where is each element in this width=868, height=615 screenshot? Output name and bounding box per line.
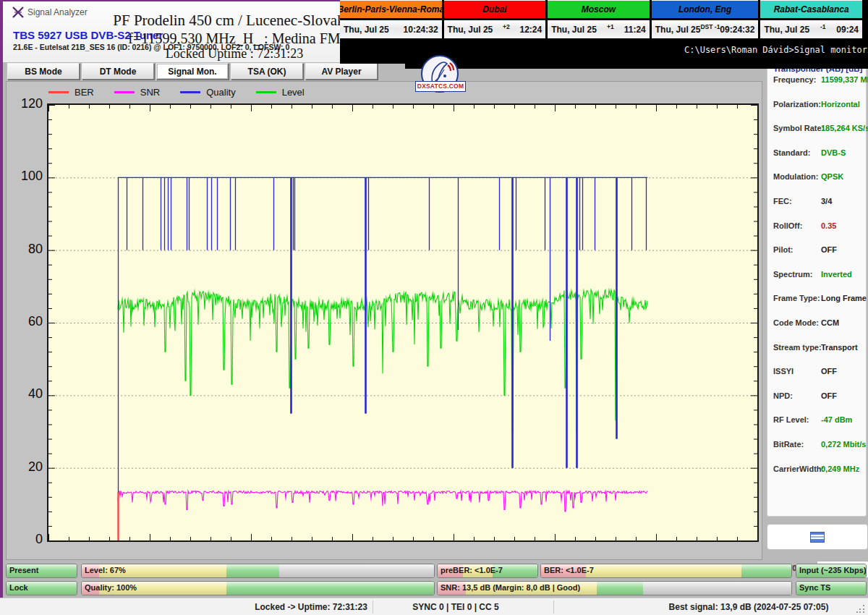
transponder-row-value: Inverted [821,270,852,279]
tab-dt-mode[interactable]: DT Mode [82,63,154,80]
legend-label: SNR [140,87,160,98]
transponder-row-value: OFF [821,391,837,400]
tab-signal-mon-[interactable]: Signal Mon. [156,63,229,80]
clock-time: Thu, Jul 25+212:24 [444,20,546,38]
dxsatcs-logo-text: DXSATCS.COM [415,81,466,92]
tab-tsa-ok-[interactable]: TSA (OK) [231,63,303,80]
indicator-sync-ts: Sync TS [796,581,867,595]
transponder-row-label: FEC: [773,197,792,205]
overlay-panel-edge [405,62,868,69]
y-axis-tick-label: 60 [11,314,43,329]
transponder-row-value: 11599,337 MHz [821,75,868,84]
transponder-row-value: OFF [821,367,837,376]
chart-legend: BERSNRQualityLevel [48,85,305,99]
indicator-lock: Lock [6,581,77,595]
indicator-label: SNR: 13,5 dB (Margin: 8,0 dB | Good) [441,583,580,592]
indicator-segment [643,582,791,595]
indicator-present: Present [6,564,77,578]
clock-city: Rabat-Casablanca [760,0,862,18]
transponder-row-label: RollOff: [773,221,802,230]
app-icon [12,6,25,19]
legend-swatch [180,91,200,93]
transponder-row-label: Modulation: [773,172,818,181]
signal-chart-panel: BERSNRQualityLevel 020406080100120 [6,81,762,560]
tab-bs-mode[interactable]: BS Mode [7,63,80,80]
transponder-row-label: CarrierWidth: [773,465,824,473]
legend-label: Quality [206,87,235,98]
clock-city: Dubai [444,0,546,18]
transponder-panel: Transponder (AB) [dB] Frequency:11599,33… [767,62,867,517]
window-border-top [0,0,340,1]
status-bar: Locked -> Uptime: 72:31:23SYNC 0 | TEI 0… [0,598,868,615]
indicator-label: Lock [9,583,28,592]
status-section: Locked -> Uptime: 72:31:23 [255,602,367,612]
indicator-input-235-kbps-: Input (~235 Kbps) [796,564,867,578]
status-divider [553,601,554,614]
indicator-segment [279,564,434,577]
indicator-segment [226,582,434,595]
clock-city: Moscow [548,0,650,18]
y-axis-tick-label: 20 [11,459,43,475]
locked-uptime-title: Locked Uptime : 72:31:23 [90,46,379,62]
plot-area [47,103,759,542]
clock-time: Thu, Jul 2510:24:32 [340,20,442,38]
status-section: SYNC 0 | TEI 0 | CC 5 [412,602,498,612]
indicator-segment [741,564,791,577]
clock-city: London, Eng [652,0,759,18]
legend-swatch [114,91,135,93]
transponder-row-label: Pilot: [773,245,793,254]
transponder-row-value: 185,264 KS/s [821,124,868,132]
transponder-row-label: NPD: [773,391,793,400]
transponder-row-value: -47 dBm [821,415,852,424]
indicator-level: Level: 67% [81,564,435,578]
indicator-label: Present [9,566,38,574]
tab-av-player[interactable]: AV Player [305,63,378,80]
dish-location-title: PF Prodelin 450 cm / Lucenec-Slovakia [90,12,379,30]
transponder-row-value: 0.35 [821,221,836,230]
transponder-row-label: Frequency: [773,75,816,84]
resize-grip[interactable] [856,604,865,613]
legend-swatch [48,91,69,93]
legend-label: BER [75,87,94,98]
indicator-label: BER: <1.0E-7 [544,566,594,574]
transponder-row-value: CCM [821,318,839,327]
transponder-row-label: Frame Type: [773,294,820,302]
signal-analyzer-window: Signal Analyzer TBS 5927 USB DVB-S2 Tune… [0,0,868,615]
indicator-label: Quality: 100% [85,583,137,592]
transponder-row-label: BitRate: [773,440,804,449]
y-axis-tick-label: 120 [11,96,43,111]
stream-list-button[interactable] [767,524,868,550]
window-title: Signal Analyzer [27,7,88,17]
indicator-label: Level: 67% [85,566,126,574]
transponder-row-label: Polarization: [773,100,821,109]
overlay-panel: Berlin-Paris-Vienna-RomaDubaiMoscowLondo… [340,0,868,64]
clock-time: Thu, Jul 25+111:24 [548,20,650,38]
transponder-row-value: Horizontal [821,100,860,109]
terminal-command: C:\Users\Roman Dávid>Signal monitoring_P… [684,45,868,55]
status-section: Best signal: 13,9 dB (2024-07-25 07:05) [669,602,829,612]
indicator-label: Input (~235 Kbps) [799,566,867,574]
frequency-title: f=11599,530 MHz_H_ : Medina FM [90,30,379,47]
indicator-ber: BER: <1.0E-7 [540,564,792,578]
transponder-row-value: 0,249 MHz [821,465,859,473]
legend-item-quality: Quality [180,87,235,98]
transponder-row-value: 3/4 [821,197,832,205]
y-axis-tick-label: 100 [11,169,43,184]
mode-tabs: BS ModeDT ModeSignal Mon.TSA (OK)AV Play… [7,63,378,80]
window-border-left [0,0,3,598]
transponder-row-value: QPSK [821,172,843,181]
y-axis-tick-label: 80 [11,242,43,257]
indicator-label: Sync TS [799,583,830,592]
transponder-row-label: Symbol Rate: [773,124,824,132]
transponder-row-value: DVB-S [821,148,846,157]
transponder-row-label: Code Mode: [773,318,819,327]
transponder-row-label: Stream type: [773,343,822,352]
transponder-row-value: 0,272 Mbit/s [821,440,866,449]
legend-label: Level [282,87,305,98]
clock-time: Thu, Jul 25DST -109:24:32 [652,20,759,38]
transponder-row-value: OFF [821,245,837,254]
indicator-segment [597,582,643,595]
signal-chart [48,105,757,540]
dxsatcs-logo: DXSATCS.COM [414,55,466,94]
y-axis-tick-label: 40 [11,386,43,402]
